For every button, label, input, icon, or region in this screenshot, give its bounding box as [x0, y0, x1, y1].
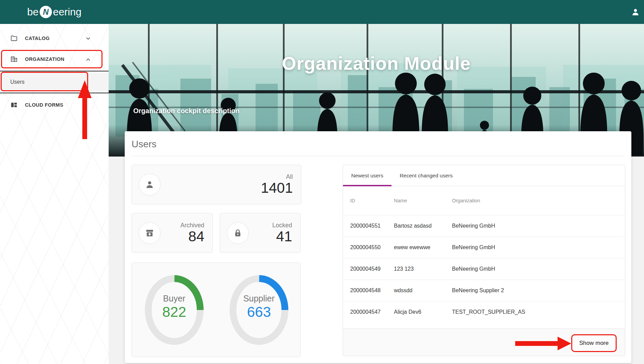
stat-card-locked: Locked 41 — [220, 213, 301, 253]
folder-icon — [10, 35, 18, 42]
cell-organization: TEST_ROOT_SUPPLIER_AS — [452, 309, 625, 315]
tab-newest-users[interactable]: Newest users — [343, 165, 392, 186]
column-header-organization: Organization — [452, 198, 625, 203]
donut-label: Buyer — [140, 294, 208, 304]
supplier-donut-chart: Supplier 663 — [225, 272, 293, 348]
panel-divider — [132, 156, 625, 156]
cell-organization: BeNeering GmbH — [452, 223, 625, 229]
lock-icon — [227, 222, 249, 244]
stat-value: 84 — [180, 229, 204, 244]
sidebar-item-label: CATALOG — [25, 36, 50, 41]
sidebar-item-organization[interactable]: ORGANIZATION — [0, 52, 109, 67]
show-more-label: Show more — [579, 340, 609, 347]
sidebar-item-label: Users — [10, 79, 25, 85]
cell-organization: BeNeering GmbH — [452, 266, 625, 272]
organization-building-icon — [10, 55, 18, 63]
hero-title: Organization Module — [109, 53, 644, 74]
stat-label: Archived — [180, 222, 204, 229]
donut-value: 822 — [140, 304, 208, 320]
person-icon — [139, 174, 161, 196]
archive-icon — [139, 222, 161, 244]
table-row[interactable]: 2000004550 ewew ewewwe BeNeering GmbH — [343, 237, 625, 258]
cell-id: 2000004548 — [343, 287, 394, 294]
annotation-line-bottom — [0, 93, 109, 93]
cell-name: wdssdd — [394, 287, 452, 294]
account-icon[interactable] — [631, 8, 640, 16]
sidebar-nav: CATALOG ORGANIZATION — [0, 24, 109, 364]
stat-card-archived: Archived 84 — [132, 213, 213, 253]
stat-label: All — [261, 173, 293, 180]
logo-n-icon: N — [40, 6, 52, 18]
chevron-down-icon — [86, 35, 90, 41]
cell-id: 2000004547 — [343, 309, 394, 315]
table-row[interactable]: 2000004547 Alicja Dev6 TEST_ROOT_SUPPLIE… — [343, 301, 625, 323]
sidebar-item-catalog[interactable]: CATALOG — [0, 31, 109, 46]
cell-name: Alicja Dev6 — [394, 309, 452, 315]
cell-name: Bartosz asdasd — [394, 223, 452, 229]
tab-recent-changed-users[interactable]: Recent changed users — [392, 165, 461, 186]
show-more-button[interactable]: Show more — [571, 334, 617, 352]
donut-value: 663 — [225, 304, 293, 320]
donut-label: Supplier — [225, 294, 293, 304]
sidebar-item-cloud-forms[interactable]: CLOUD FORMS — [0, 97, 109, 112]
stat-label: Locked — [272, 222, 292, 229]
sidebar-item-label: CLOUD FORMS — [25, 102, 63, 108]
role-donut-charts-card: Buyer 822 Supplier 663 — [132, 262, 301, 357]
stat-value: 1401 — [261, 180, 293, 196]
annotation-arrow-up — [78, 80, 92, 139]
cell-organization: BeNeering Supplier 2 — [452, 287, 625, 294]
annotation-arrow-right — [515, 337, 571, 350]
annotation-line-top — [0, 71, 109, 71]
cell-id: 2000004549 — [343, 266, 394, 272]
column-header-id: ID — [343, 198, 394, 203]
table-header: ID Name Organization — [343, 186, 625, 215]
users-panel: Users All 1401 Archived 84 — [125, 131, 631, 363]
app-bar: be N eering — [0, 0, 644, 24]
cell-organization: BeNeering GmbH — [452, 244, 625, 251]
users-table-panel: Newest users Recent changed users ID Nam… — [343, 165, 625, 356]
cell-id: 2000004550 — [343, 244, 394, 251]
buyer-donut-chart: Buyer 822 — [140, 272, 208, 348]
tab-bar: Newest users Recent changed users — [343, 165, 625, 186]
stat-value: 41 — [272, 229, 292, 244]
hero-subtitle: Organization cockpit description — [133, 107, 239, 115]
stat-card-all: All 1401 — [132, 165, 301, 204]
column-header-name: Name — [394, 198, 452, 203]
cell-name: 123 123 — [394, 266, 452, 272]
panel-title: Users — [132, 139, 156, 150]
cloud-forms-icon — [10, 101, 18, 109]
sidebar-item-users[interactable]: Users — [0, 73, 109, 91]
chevron-up-icon — [86, 56, 90, 62]
cell-id: 2000004551 — [343, 223, 394, 229]
logo-text-post: eering — [53, 6, 81, 18]
cell-name: ewew ewewwe — [394, 244, 452, 251]
table-row[interactable]: 2000004551 Bartosz asdasd BeNeering GmbH — [343, 215, 625, 237]
beneering-logo[interactable]: be N eering — [0, 0, 109, 24]
table-row[interactable]: 2000004548 wdssdd BeNeering Supplier 2 — [343, 280, 625, 301]
sidebar-item-label: ORGANIZATION — [25, 56, 65, 62]
logo-text-pre: be — [27, 6, 39, 18]
table-row[interactable]: 2000004549 123 123 BeNeering GmbH — [343, 258, 625, 280]
